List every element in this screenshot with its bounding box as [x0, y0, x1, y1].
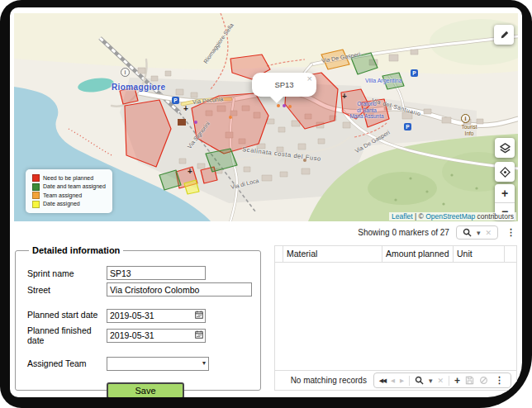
table-header: Material Amount planned Unit: [275, 246, 516, 263]
map-table-toolbar: Showing 0 markers of 27 ▾ ✕ ⋮: [10, 221, 522, 244]
header-cell-material: Material: [283, 246, 382, 262]
table-footer-toolbar: ◀◀ ◀ ▶ ▾ ✕ + ⋮: [373, 372, 511, 388]
sprint-name-row: Sprint name: [27, 266, 252, 280]
table-body-empty: [275, 263, 516, 370]
search-icon[interactable]: [463, 228, 472, 237]
info-icon: i: [121, 68, 130, 77]
legend-item: Need to be planned: [32, 174, 106, 182]
start-date-row: Planned start date: [27, 307, 252, 323]
popup-title: SP13: [259, 80, 310, 89]
search-options-caret-icon[interactable]: ▾: [429, 377, 433, 385]
header-cell-empty: [275, 246, 283, 262]
first-page-icon[interactable]: ◀◀: [379, 377, 386, 384]
pencil-icon: [499, 30, 510, 40]
zoom-in-button[interactable]: +: [495, 184, 515, 203]
parking-icon: P: [172, 97, 179, 104]
tourist-info-icon: i: [461, 114, 470, 123]
attribution-sep: | ©: [413, 212, 426, 221]
materials-table: Material Amount planned Unit No matching…: [274, 245, 517, 391]
locate-icon: [499, 166, 511, 178]
clear-search-icon[interactable]: ✕: [485, 229, 492, 237]
search-icon[interactable]: [415, 376, 424, 385]
finish-date-label: Planned finished date: [27, 325, 107, 345]
team-row: Assigned Team ▾: [27, 356, 252, 372]
legend-swatch-yellow: [32, 201, 40, 208]
popup-close-icon[interactable]: ×: [307, 74, 312, 83]
draw-edit-button[interactable]: [494, 25, 514, 45]
legend-swatch-red: [32, 174, 40, 182]
divider: [449, 376, 449, 386]
device-frame: Riomaggiore Riomaggiore-Sella Via De Gas…: [0, 0, 532, 408]
clear-search-icon[interactable]: ✕: [437, 377, 444, 385]
parking-icon: P: [404, 123, 411, 130]
legend-swatch-orange: [32, 192, 40, 199]
legend-item: Date assigned: [32, 201, 106, 208]
layers-icon: [499, 142, 511, 154]
legend-swatch-green: [32, 183, 40, 191]
street-row: Street: [27, 282, 252, 297]
search-options-caret-icon[interactable]: ▾: [477, 229, 481, 237]
no-records-text: No matching records: [291, 376, 367, 385]
add-row-icon[interactable]: +: [454, 377, 460, 385]
header-cell-amount: Amount planned: [382, 246, 454, 262]
divider: [409, 376, 410, 386]
content-row: Detailed information Sprint name Street …: [10, 245, 522, 391]
map-legend: Need to be planned Date and team assigne…: [26, 169, 112, 214]
attribution-suffix: contributors: [475, 212, 514, 221]
church-cross-icon: +: [342, 93, 347, 100]
prev-page-icon[interactable]: ◀: [391, 377, 395, 384]
form-title: Detailed information: [29, 245, 123, 255]
legend-item: Date and team assigned: [32, 183, 106, 191]
sprint-name-label: Sprint name: [27, 268, 107, 278]
leaflet-link[interactable]: Leaflet: [392, 212, 413, 221]
map-popup: × SP13: [252, 73, 316, 97]
map-attribution: Leaflet | © OpenStreetMap contributors: [389, 212, 516, 221]
marker-count-text: Showing 0 markers of 27: [358, 228, 449, 237]
detail-form: Detailed information Sprint name Street …: [15, 245, 261, 391]
church-cross-icon: +: [188, 168, 192, 175]
sprint-name-input[interactable]: [107, 266, 206, 280]
street-input[interactable]: [107, 282, 252, 297]
reload-icon[interactable]: [479, 376, 488, 385]
locate-button[interactable]: [495, 162, 515, 182]
next-page-icon[interactable]: ▶: [400, 377, 404, 384]
street-label: Street: [27, 285, 107, 295]
save-button[interactable]: Save: [107, 382, 184, 397]
finish-date-row: Planned finished date: [27, 325, 252, 345]
start-date-input[interactable]: [107, 309, 206, 323]
table-footer: No matching records ◀◀ ◀ ▶ ▾ ✕ + ⋮: [275, 370, 516, 390]
save-row: Save: [107, 382, 252, 397]
team-label: Assigned Team: [27, 358, 107, 368]
parking-icon: P: [411, 69, 418, 77]
osm-link[interactable]: OpenStreetMap: [425, 212, 475, 221]
search-group: ▾ ✕: [456, 225, 498, 240]
save-rows-icon[interactable]: [465, 376, 474, 385]
church-cross-icon: +: [183, 106, 188, 112]
header-cell-unit: Unit: [454, 246, 505, 262]
header-cell-empty: [505, 246, 516, 262]
columns-menu-icon[interactable]: ⋮: [493, 375, 506, 386]
columns-menu-icon[interactable]: ⋮: [505, 227, 517, 238]
finish-date-input[interactable]: [107, 329, 206, 343]
app-screen: Riomaggiore Riomaggiore-Sella Via De Gas…: [10, 7, 522, 397]
layers-button[interactable]: [495, 138, 515, 158]
map[interactable]: Riomaggiore Riomaggiore-Sella Via De Gas…: [14, 13, 518, 221]
legend-item: Team assigned: [32, 192, 106, 199]
start-date-label: Planned start date: [27, 310, 107, 320]
team-select[interactable]: [107, 357, 209, 371]
